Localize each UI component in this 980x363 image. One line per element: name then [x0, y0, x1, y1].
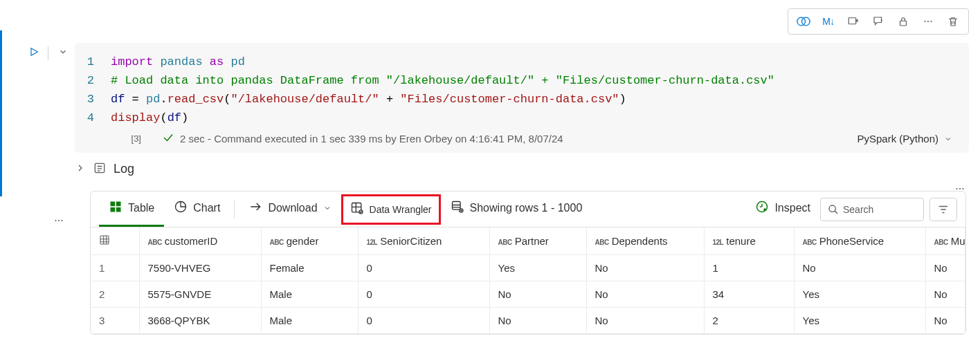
table-cell[interactable]: 5575-GNVDE	[139, 281, 261, 308]
svg-rect-22	[452, 202, 460, 210]
filter-button[interactable]	[929, 198, 957, 221]
svg-point-5	[927, 21, 929, 22]
table-cell[interactable]: Female	[261, 255, 358, 281]
filter-icon	[937, 203, 950, 216]
table-cell[interactable]: 1	[91, 255, 139, 281]
output-more-icon[interactable]	[954, 183, 966, 197]
table-cell[interactable]: 0	[358, 255, 489, 281]
table-cell[interactable]: No	[925, 308, 965, 334]
column-header[interactable]: ABCPhoneService	[794, 227, 925, 255]
svg-point-4	[924, 21, 925, 22]
table-cell[interactable]: No	[586, 308, 704, 334]
index-icon	[99, 234, 110, 245]
code-cell[interactable]: 1import pandas as pd2# Load data into pa…	[75, 43, 969, 153]
svg-rect-16	[116, 202, 121, 207]
table-cell[interactable]: 1	[704, 255, 794, 281]
search-input[interactable]: Search	[820, 198, 924, 221]
svg-rect-18	[116, 207, 121, 212]
svg-point-9	[956, 188, 957, 189]
svg-point-12	[55, 220, 56, 221]
table-cell[interactable]: Male	[261, 308, 358, 334]
svg-rect-17	[111, 207, 116, 212]
column-header[interactable]	[91, 227, 139, 255]
row-count-info: Showing rows 1 - 1000	[441, 192, 592, 227]
column-header[interactable]: ABCDependents	[586, 227, 704, 255]
svg-point-6	[930, 21, 932, 22]
table-cell[interactable]: No	[489, 308, 586, 334]
table-cell[interactable]: 2	[704, 308, 794, 334]
table-cell[interactable]: 3668-QPYBK	[139, 308, 261, 334]
log-icon	[93, 161, 107, 177]
svg-point-25	[764, 209, 766, 211]
table-row[interactable]: 33668-QPYBKMale0NoNo2YesNo	[91, 308, 965, 334]
svg-rect-3	[900, 21, 907, 26]
column-header[interactable]: ABCgender	[261, 227, 358, 255]
svg-point-13	[58, 220, 60, 221]
chart-icon	[174, 200, 188, 216]
comment-icon[interactable]	[867, 12, 889, 31]
column-header[interactable]: 12LSeniorCitizen	[358, 227, 489, 255]
run-cell-button[interactable]	[28, 46, 39, 59]
cell-side-more-icon[interactable]	[53, 214, 65, 229]
svg-point-0	[797, 17, 806, 26]
success-check-icon	[162, 131, 174, 146]
download-button[interactable]: Download	[239, 192, 341, 227]
svg-rect-27	[100, 236, 109, 244]
table-cell[interactable]: No	[925, 255, 965, 281]
svg-marker-7	[31, 48, 37, 56]
table-cell[interactable]: 34	[704, 281, 794, 308]
svg-rect-15	[111, 202, 116, 207]
data-table[interactable]: ABCcustomerIDABCgender12LSeniorCitizenAB…	[91, 227, 965, 334]
table-cell[interactable]: 0	[358, 308, 489, 334]
table-cell[interactable]: No	[925, 281, 965, 308]
line-number: 1	[83, 53, 111, 71]
table-cell[interactable]: No	[794, 255, 925, 281]
table-cell[interactable]: 7590-VHVEG	[139, 255, 261, 281]
table-cell[interactable]: 0	[358, 281, 489, 308]
data-wrangler-button[interactable]: Data Wrangler	[341, 194, 441, 225]
code-line[interactable]: 4display(df)	[83, 109, 955, 127]
chevron-down-icon	[323, 204, 332, 212]
more-icon[interactable]	[917, 12, 939, 31]
table-cell[interactable]: No	[489, 281, 586, 308]
table-row[interactable]: 17590-VHVEGFemale0YesNo1NoNo	[91, 255, 965, 281]
code-line[interactable]: 1import pandas as pd	[83, 53, 955, 71]
line-number: 4	[83, 109, 111, 127]
clear-output-icon[interactable]	[842, 12, 864, 31]
lock-icon[interactable]	[892, 12, 914, 31]
delete-icon[interactable]	[942, 12, 964, 31]
column-header[interactable]: ABCcustomerID	[139, 227, 261, 255]
inspect-button[interactable]: Inspect	[745, 192, 820, 227]
table-output: Table Chart Download Data Wrangler	[90, 191, 966, 335]
table-cell[interactable]: No	[586, 281, 704, 308]
column-header[interactable]: 12Ltenure	[704, 227, 794, 255]
table-cell[interactable]: No	[586, 255, 704, 281]
svg-point-26	[829, 205, 835, 212]
column-header[interactable]: ABCPartner	[489, 227, 586, 255]
code-line[interactable]: 2# Load data into pandas DataFrame from …	[83, 71, 955, 90]
status-text: 2 sec - Command executed in 1 sec 339 ms…	[180, 133, 563, 145]
markdown-toggle[interactable]: M↓	[817, 12, 840, 31]
language-selector[interactable]: PySpark (Python)	[857, 133, 955, 145]
table-cell[interactable]: Male	[261, 281, 358, 308]
tab-chart[interactable]: Chart	[164, 192, 230, 227]
log-expand-chevron[interactable]	[75, 162, 86, 176]
table-row[interactable]: 25575-GNVDEMale0NoNo34YesNo	[91, 281, 965, 308]
table-icon	[109, 200, 122, 216]
execution-count: [3]	[127, 133, 141, 144]
table-cell[interactable]: Yes	[489, 255, 586, 281]
gutter-divider	[48, 46, 48, 60]
search-icon	[828, 204, 839, 215]
table-cell[interactable]: Yes	[794, 281, 925, 308]
table-cell[interactable]: Yes	[794, 308, 925, 334]
cell-menu-chevron[interactable]	[57, 46, 69, 60]
table-cell[interactable]: 2	[91, 281, 139, 308]
copilot-icon[interactable]	[792, 12, 815, 31]
code-line[interactable]: 3df = pd.read_csv("/lakehouse/default/" …	[83, 90, 955, 109]
table-cell[interactable]: 3	[91, 308, 139, 334]
svg-rect-2	[849, 18, 856, 24]
tab-table[interactable]: Table	[99, 192, 164, 227]
svg-point-14	[61, 220, 62, 221]
log-label: Log	[114, 162, 134, 176]
column-header[interactable]: ABCMu	[925, 227, 965, 255]
